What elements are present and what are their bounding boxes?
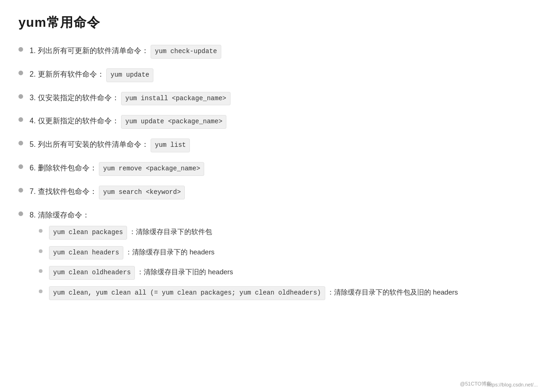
sub-item-text: yum clean, yum clean all (= yum clean pa… — [49, 286, 529, 300]
code-snippet: yum list — [151, 139, 190, 152]
bullet-icon — [18, 211, 23, 216]
item-text: 2. 更新所有软件命令： yum update — [30, 68, 529, 82]
item-text: 8. 清除缓存命令： yum clean packages ：清除缓存目录下的软… — [30, 209, 529, 307]
sub-list-item: yum clean packages ：清除缓存目录下的软件包 — [30, 226, 529, 240]
sub-bullet-icon — [39, 249, 43, 253]
item-label: 4. 仅更新指定的软件命令： — [30, 117, 119, 125]
code-snippet: yum clean headers — [49, 246, 123, 260]
code-snippet: yum clean packages — [49, 226, 127, 240]
list-item: 7. 查找软件包命令： yum search <keyword> — [18, 185, 529, 199]
sub-item-description: ：清除缓存目录下的软件包 — [129, 228, 212, 235]
sub-list: yum clean packages ：清除缓存目录下的软件包 yum clea… — [30, 226, 529, 300]
footer-url: https://blog.csdn.net/... — [486, 382, 538, 387]
item-label: 1. 列出所有可更新的软件清单命令： — [30, 47, 149, 54]
code-snippet: yum clean, yum clean all (= yum clean pa… — [49, 286, 325, 300]
sub-bullet-icon — [39, 229, 43, 233]
code-snippet: yum update <package_name> — [121, 115, 226, 129]
sub-item-description: ：清除缓存目录下旧的 headers — [137, 268, 233, 276]
bullet-icon — [18, 117, 23, 122]
bullet-icon — [18, 47, 23, 52]
item-text: 7. 查找软件包命令： yum search <keyword> — [30, 185, 529, 199]
list-item: 2. 更新所有软件命令： yum update — [18, 68, 529, 82]
item-text: 1. 列出所有可更新的软件清单命令： yum check-update — [30, 44, 529, 59]
item-text: 3. 仅安装指定的软件命令： yum install <package_name… — [30, 91, 529, 106]
item-text: 6. 删除软件包命令： yum remove <package_name> — [30, 162, 529, 176]
sub-bullet-icon — [39, 289, 43, 293]
item-text: 5. 列出所有可安装的软件清单命令： yum list — [30, 138, 529, 152]
item-label: 2. 更新所有软件命令： — [30, 70, 104, 78]
item-label: 6. 删除软件包命令： — [30, 164, 97, 172]
list-item: 4. 仅更新指定的软件命令： yum update <package_name> — [18, 115, 529, 129]
list-item: 1. 列出所有可更新的软件清单命令： yum check-update — [18, 44, 529, 59]
sub-item-description: ：清除缓存目录下的 headers — [125, 248, 214, 256]
sub-item-text: yum clean packages ：清除缓存目录下的软件包 — [49, 226, 529, 240]
list-item: 6. 删除软件包命令： yum remove <package_name> — [18, 162, 529, 176]
code-snippet: yum update — [106, 68, 153, 82]
bullet-icon — [18, 94, 23, 99]
code-snippet: yum remove <package_name> — [99, 162, 204, 176]
bullet-icon — [18, 71, 23, 75]
sub-item-text: yum clean headers ：清除缓存目录下的 headers — [49, 246, 529, 260]
list-item: 8. 清除缓存命令： yum clean packages ：清除缓存目录下的软… — [18, 209, 529, 307]
item-label: 8. 清除缓存命令： — [30, 211, 90, 219]
item-label: 3. 仅安装指定的软件命令： — [30, 94, 119, 102]
sub-item-description: ：清除缓存目录下的软件包及旧的 headers — [327, 288, 458, 296]
sub-list-item: yum clean, yum clean all (= yum clean pa… — [30, 286, 529, 300]
page-title: yum常用命令 — [18, 14, 529, 31]
bullet-icon — [18, 141, 23, 145]
sub-list-item: yum clean oldheaders ：清除缓存目录下旧的 headers — [30, 266, 529, 280]
bullet-icon — [18, 164, 23, 169]
item-text: 4. 仅更新指定的软件命令： yum update <package_name> — [30, 115, 529, 129]
list-item: 3. 仅安装指定的软件命令： yum install <package_name… — [18, 91, 529, 106]
item-label: 5. 列出所有可安装的软件清单命令： — [30, 140, 149, 148]
list-item: 5. 列出所有可安装的软件清单命令： yum list — [18, 138, 529, 152]
main-list: 1. 列出所有可更新的软件清单命令： yum check-update 2. 更… — [18, 44, 529, 307]
sub-item-text: yum clean oldheaders ：清除缓存目录下旧的 headers — [49, 266, 529, 280]
code-snippet: yum install <package_name> — [121, 92, 230, 106]
sub-bullet-icon — [39, 269, 43, 273]
bullet-icon — [18, 188, 23, 193]
code-snippet: yum check-update — [151, 45, 221, 59]
code-snippet: yum clean oldheaders — [49, 266, 135, 280]
sub-list-item: yum clean headers ：清除缓存目录下的 headers — [30, 246, 529, 260]
code-snippet: yum search <keyword> — [99, 186, 185, 199]
item-label: 7. 查找软件包命令： — [30, 187, 97, 195]
